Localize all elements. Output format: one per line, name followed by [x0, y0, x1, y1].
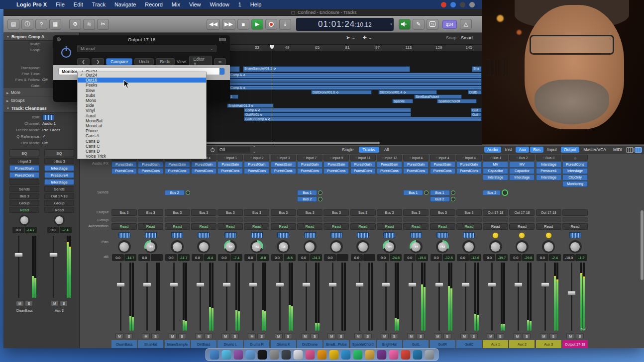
audio-fx-plugin[interactable]: Interstage	[562, 168, 588, 174]
region[interactable]: SparkleChord#	[437, 99, 477, 103]
output-slot[interactable]: Bus 3	[350, 209, 376, 216]
menu-option-out24[interactable]: ✓Out24	[78, 73, 206, 78]
group-slot[interactable]	[244, 217, 269, 222]
quantize-badge[interactable]: q34	[442, 20, 457, 29]
mixer-mode-select[interactable]: Off	[217, 147, 250, 153]
solo-button[interactable]: S	[443, 333, 451, 339]
stop-button[interactable]: ■	[237, 19, 249, 30]
compare-button[interactable]: Compare	[106, 58, 132, 65]
mute-button[interactable]: M	[407, 333, 415, 339]
mixer-view-tab-single[interactable]: Single	[338, 147, 358, 153]
menu-item-1[interactable]: 1	[234, 1, 246, 7]
audio-fx-plugin[interactable]: PurestGain	[403, 162, 429, 168]
dock-icon[interactable]	[413, 350, 423, 360]
output-slot[interactable]: Bus 3	[217, 209, 243, 216]
output-slot[interactable]: Bus 3	[377, 209, 402, 216]
menu-option-cans-a[interactable]: Cans A	[78, 133, 206, 138]
volume-value[interactable]: 0.0	[192, 254, 204, 261]
output-slot[interactable]: Bus 3	[244, 209, 269, 216]
automation-slot[interactable]: Read	[456, 223, 482, 230]
wide-view-icon[interactable]	[635, 147, 642, 153]
channel-name[interactable]: DistDrone	[297, 340, 322, 348]
audio-fx-plugin[interactable]: PurestCons	[562, 162, 588, 168]
menu-item-record[interactable]: Record	[140, 1, 167, 7]
solo-button[interactable]: S	[125, 333, 133, 339]
tool-menu-1[interactable]: ✚ ⌄	[363, 35, 373, 40]
mute-button[interactable]: M	[221, 333, 229, 339]
volume-value[interactable]: 0.0	[138, 254, 150, 261]
menu-option-cans-c[interactable]: Cans C	[78, 144, 206, 149]
menu-item-window[interactable]: Window	[206, 1, 234, 7]
region[interactable]: GuitR#01	[244, 112, 411, 117]
group-slot[interactable]	[483, 217, 508, 222]
mixer-mode-stepper[interactable]: ⌃⌄	[253, 146, 256, 154]
track-field[interactable]: Icon:	[3, 114, 79, 120]
send-knob[interactable]	[186, 190, 190, 195]
cycle-speaker-button[interactable]	[399, 19, 411, 30]
solo-button[interactable]: S	[390, 333, 398, 339]
pan-knob[interactable]	[118, 240, 131, 253]
region[interactable]: SnareSample#01.1	[243, 66, 410, 72]
channel-input-slot[interactable]: ○Input 7	[297, 155, 322, 161]
volume-value[interactable]: 0.0	[351, 254, 363, 261]
pencil-tool-button[interactable]: ✎	[413, 19, 425, 30]
sends-slot[interactable]: Sends	[44, 186, 74, 192]
fader-cap[interactable]	[328, 282, 337, 287]
channel-name[interactable]: CleanBass	[111, 340, 137, 348]
solo-button[interactable]: S	[470, 333, 478, 339]
menu-item-file[interactable]: File	[51, 1, 69, 7]
channel-name[interactable]: GuitR	[430, 340, 455, 348]
mixer-power-icon[interactable]	[210, 147, 215, 152]
menu-option-subs[interactable]: Subs	[78, 93, 206, 98]
audio-fx-plugin[interactable]: Interstage	[483, 175, 508, 181]
audio-fx-plugin[interactable]: PurestCons	[456, 168, 482, 174]
link-button[interactable]: ∞	[214, 58, 226, 65]
volume-value[interactable]: 0.0	[457, 254, 469, 261]
audio-fx-plugin[interactable]: PurestCons	[191, 168, 216, 174]
send-knob[interactable]	[318, 197, 322, 201]
input-slot[interactable]: ○Bus 3	[44, 158, 74, 164]
channel-input-slot[interactable]: ○Input 2	[244, 155, 269, 161]
send-knob[interactable]	[318, 190, 322, 195]
automation-slot[interactable]: Read	[271, 223, 296, 230]
fader-cap[interactable]	[408, 282, 417, 287]
audio-fx-plugin[interactable]: PurestCons	[244, 168, 269, 174]
tool-menu-0[interactable]: ➤ ⌄	[346, 35, 356, 40]
region[interactable]: DistD	[468, 90, 482, 94]
preset-prev-button[interactable]: ❮	[77, 58, 90, 65]
mute-button[interactable]: M	[16, 300, 24, 306]
channel-name[interactable]: Aux 3	[536, 340, 561, 348]
volume-value[interactable]: 0.0	[271, 254, 283, 261]
output-slot[interactable]: Bus 3	[165, 209, 190, 216]
mute-button[interactable]: M	[487, 333, 495, 339]
channel-name[interactable]: Drums L	[217, 340, 243, 348]
group-slot[interactable]	[403, 217, 429, 222]
menubar-status-icon[interactable]	[469, 2, 475, 7]
mute-button[interactable]: M	[195, 333, 203, 339]
track-field[interactable]: Flex Mode:Off	[3, 140, 79, 146]
mute-button[interactable]: M	[51, 300, 59, 306]
dock-icon[interactable]	[246, 350, 255, 360]
solo-button[interactable]: S	[178, 333, 186, 339]
volume-value[interactable]: 0.0	[47, 227, 59, 233]
pan-knob[interactable]: +63	[250, 240, 263, 253]
channel-name[interactable]: BrightHat	[377, 340, 402, 348]
channel-name[interactable]: Aux 2	[509, 340, 535, 348]
fader-cap[interactable]	[143, 282, 151, 287]
region[interactable]: DistDrone#01.4	[378, 90, 437, 94]
play-button[interactable]: ▶	[251, 19, 263, 30]
menu-item-track[interactable]: Track	[88, 1, 110, 7]
empty-fx-slot[interactable]	[9, 179, 39, 185]
send-bus-button[interactable]: Bus 1	[297, 190, 317, 195]
dock-icon[interactable]	[389, 350, 399, 360]
snap-menu[interactable]: Snap: Smart	[446, 35, 473, 40]
channel-name[interactable]: Drums R	[244, 340, 269, 348]
region[interactable]: Comp A	[229, 73, 482, 79]
output-slot[interactable]: Bus 3	[138, 209, 163, 216]
channel-input-slot[interactable]: ◎	[562, 155, 588, 161]
region[interactable]: Comp A	[244, 108, 411, 112]
group-slot[interactable]	[111, 217, 137, 222]
volume-value[interactable]: 0.0	[298, 254, 310, 261]
automation-slot[interactable]: Read	[217, 223, 243, 230]
volume-value[interactable]: 0.0	[537, 254, 548, 261]
